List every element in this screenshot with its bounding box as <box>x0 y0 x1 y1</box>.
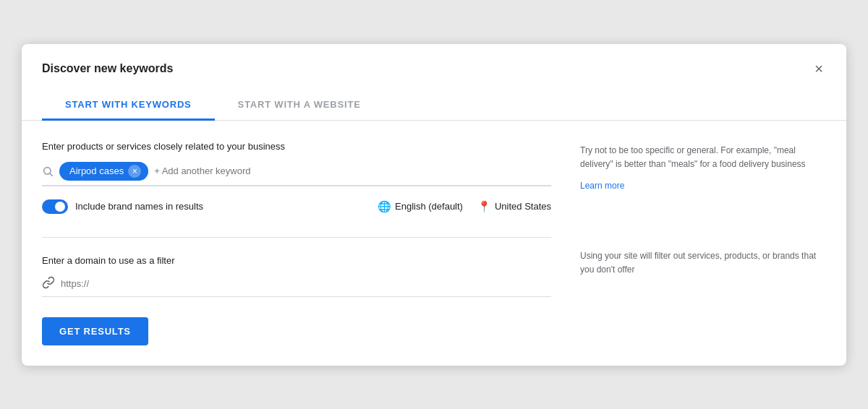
link-icon <box>42 276 55 292</box>
domain-section-label: Enter a domain to use as a filter <box>42 255 551 266</box>
svg-line-1 <box>50 173 53 176</box>
language-selector[interactable]: 🌐 English (default) <box>378 200 463 213</box>
keywords-hint-text: Try not to be too specific or general. F… <box>580 144 826 171</box>
brand-names-toggle[interactable] <box>42 199 68 214</box>
tab-start-with-keywords[interactable]: START WITH KEYWORDS <box>42 90 215 121</box>
learn-more-link[interactable]: Learn more <box>580 181 624 191</box>
search-icon <box>42 165 54 177</box>
toggle-row: Include brand names in results 🌐 English… <box>42 199 551 214</box>
discover-keywords-modal: Discover new keywords × START WITH KEYWO… <box>22 44 846 366</box>
language-text: English (default) <box>395 201 463 212</box>
keyword-input-row: Airpod cases × <box>42 162 551 186</box>
get-results-button[interactable]: GET RESULTS <box>42 317 148 345</box>
add-keyword-input[interactable] <box>154 165 284 176</box>
globe-icon: 🌐 <box>378 200 391 213</box>
right-panel: Try not to be too specific or general. F… <box>580 141 826 297</box>
tab-start-with-website[interactable]: START WITH A WEBSITE <box>215 90 384 121</box>
modal-header: Discover new keywords × <box>22 44 846 79</box>
keywords-section-label: Enter products or services closely relat… <box>42 141 551 152</box>
country-selector[interactable]: 📍 United States <box>477 200 551 213</box>
domain-hint-container: Using your site will filter out services… <box>580 249 826 277</box>
domain-hint-text: Using your site will filter out services… <box>580 249 826 277</box>
keyword-tag: Airpod cases × <box>59 162 148 181</box>
location-icon: 📍 <box>477 200 491 213</box>
toggle-label: Include brand names in results <box>75 201 203 212</box>
modal-title: Discover new keywords <box>42 62 173 75</box>
tabs-container: START WITH KEYWORDS START WITH A WEBSITE <box>22 90 846 121</box>
modal-footer: GET RESULTS <box>22 297 846 366</box>
country-text: United States <box>495 201 551 212</box>
modal-body: Enter products or services closely relat… <box>22 121 846 297</box>
keyword-tag-text: Airpod cases <box>69 165 124 176</box>
domain-input-row <box>42 276 551 297</box>
section-divider <box>42 237 551 238</box>
keywords-section: Enter products or services closely relat… <box>42 141 551 214</box>
close-button[interactable]: × <box>812 59 826 79</box>
domain-section: Enter a domain to use as a filter <box>42 255 551 297</box>
left-panel: Enter products or services closely relat… <box>42 141 551 297</box>
keyword-tag-close-button[interactable]: × <box>128 165 141 178</box>
locale-row: 🌐 English (default) 📍 United States <box>378 200 551 213</box>
domain-input[interactable] <box>61 278 278 289</box>
svg-point-0 <box>44 167 51 173</box>
